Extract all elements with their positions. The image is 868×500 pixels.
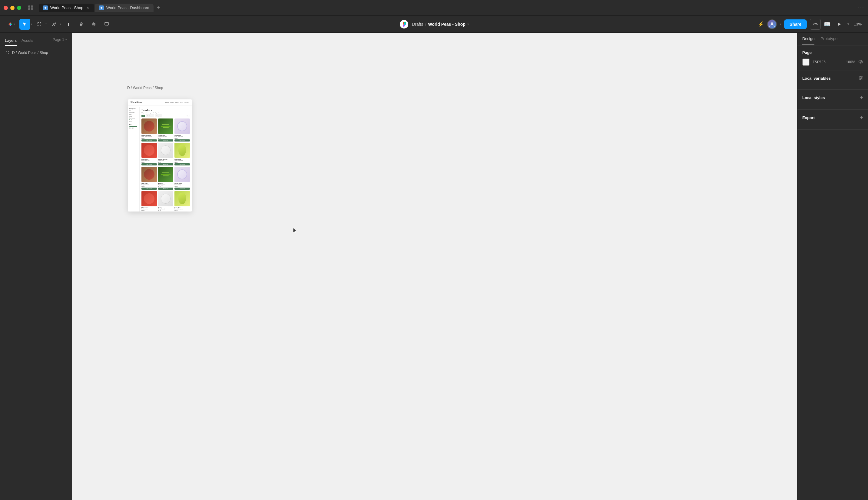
avatar-dropdown-icon[interactable]: ▾ [780, 23, 781, 25]
share-button[interactable]: Share [784, 19, 807, 29]
product-card-12[interactable]: Bosc Pear Firm, buttery pear $2.49 Add t… [174, 191, 190, 212]
svg-rect-23 [6, 51, 7, 52]
comment-tool-button[interactable] [101, 19, 112, 30]
product-card-10[interactable]: Watermelon Seedless, ripe $6.99 Add to c… [141, 191, 157, 212]
preview-nav: World Peas Home Shop About Blog Contact [128, 99, 192, 105]
more-options-icon[interactable]: ··· [858, 4, 864, 11]
export-add-icon[interactable]: + [860, 115, 863, 121]
local-variables-header: Local variables [802, 76, 863, 81]
local-variables-section: Local variables [797, 71, 868, 90]
product-card-1[interactable]: Grape Tomatoes Small, sweet tomatoes $2.… [141, 118, 157, 141]
traffic-light-minimize[interactable] [10, 6, 14, 10]
main-menu-arrow: ▾ [14, 23, 15, 25]
local-styles-section: Local styles + [797, 90, 868, 110]
text-tool-button[interactable]: T [63, 19, 74, 30]
tool-group-select: ▾ [19, 19, 32, 30]
traffic-light-fullscreen[interactable] [17, 6, 21, 10]
preview-logo: World Peas [130, 101, 142, 103]
user-avatar[interactable] [767, 19, 777, 29]
canvas[interactable]: D / World Peas / Shop World Peas Home Sh… [72, 33, 797, 500]
tab-shop-label: World Peas - Shop [50, 5, 83, 10]
product-card-9[interactable]: White Onion Sweet variety $1.49 Add to c… [174, 167, 190, 190]
breadcrumb-dropdown-icon[interactable]: ▾ [467, 22, 469, 26]
local-variables-title: Local variables [802, 76, 831, 81]
tab-dashboard-icon [99, 5, 104, 10]
hand-tool-button[interactable] [89, 19, 99, 30]
toolbar-left: ▾ ▾ [5, 19, 433, 30]
play-button[interactable] [833, 19, 844, 30]
code-view-button[interactable]: </> [810, 19, 821, 30]
svg-rect-12 [41, 22, 42, 24]
product-card-8[interactable]: Arugula Peppery greens $3.49 Add to cart [158, 167, 174, 190]
design-tab[interactable]: Design [802, 33, 814, 45]
breadcrumb-drafts[interactable]: Drafts [412, 22, 423, 27]
product-card-11[interactable]: Turnip Spring harvest $2.29 Add to cart [158, 191, 174, 212]
left-sidebar: Layers Assets Page 1 ▾ [0, 33, 72, 500]
page-section-title: Page [802, 50, 812, 55]
page-dropdown-icon[interactable]: ▾ [66, 38, 67, 41]
prototype-tab[interactable]: Prototype [820, 33, 837, 45]
svg-point-5 [101, 7, 102, 9]
code-icon: </> [813, 22, 818, 26]
ai-tool-icon[interactable]: ⚡ [758, 21, 764, 27]
right-panel-tabs: Design Prototype [797, 33, 868, 45]
frame-preview[interactable]: World Peas Home Shop About Blog Contact … [128, 99, 192, 212]
zoom-level-label[interactable]: 13% [852, 22, 863, 26]
select-tool-arrow: ▾ [31, 23, 32, 25]
toolbar-right: ⚡ ▾ Share </> 📖 ▾ 13% [435, 19, 863, 30]
local-styles-title: Local styles [802, 95, 825, 100]
svg-rect-25 [6, 53, 7, 54]
local-styles-add-icon[interactable]: + [860, 94, 863, 101]
cursor [293, 228, 298, 233]
assets-tab[interactable]: Assets [22, 36, 33, 46]
layer-world-peas-shop[interactable]: D / World Peas / Shop [0, 48, 72, 57]
export-title: Export [802, 115, 815, 120]
frame-tool-button[interactable] [34, 19, 45, 30]
tab-shop-close[interactable]: ✕ [86, 6, 90, 10]
page-opacity-value[interactable]: 100% [846, 60, 855, 64]
home-button[interactable] [26, 3, 35, 12]
product-card-2[interactable]: Peas de Ville Fresh garden peas $3.49 Ad… [158, 118, 174, 141]
tool-group-frame: ▾ [34, 19, 47, 30]
tabs-container: World Peas - Shop ✕ World Peas - Dashboa… [39, 4, 856, 12]
title-bar-right: ··· [858, 4, 864, 11]
tab-dashboard[interactable]: World Peas - Dashboard [95, 4, 153, 12]
play-dropdown-icon[interactable]: ▾ [847, 22, 849, 26]
tab-add-button[interactable]: + [154, 4, 163, 12]
layer-name: D / World Peas / Shop [12, 50, 48, 55]
product-card-5[interactable]: Brussel Sprouts Garden fresh $2.49 Add t… [158, 143, 174, 166]
svg-rect-0 [28, 5, 30, 8]
tab-shop[interactable]: World Peas - Shop ✕ [39, 4, 94, 12]
breadcrumb-title[interactable]: World Peas - Shop [428, 22, 465, 27]
local-styles-header: Local styles + [802, 94, 863, 101]
toolbar: ▾ ▾ [0, 16, 868, 33]
pen-tool-button[interactable] [48, 19, 59, 30]
page-visibility-icon[interactable] [858, 60, 863, 65]
main-layout: Layers Assets Page 1 ▾ [0, 33, 868, 500]
layers-tab[interactable]: Layers [5, 36, 17, 46]
component-tool-button[interactable] [76, 19, 86, 30]
traffic-light-close[interactable] [4, 6, 8, 10]
sidebar-tabs: Layers Assets Page 1 ▾ [0, 33, 72, 46]
product-card-6[interactable]: Anjou Pear Sweet, ripe pears $1.99 Add t… [174, 143, 190, 166]
frame-label: D / World Peas / Shop [127, 86, 163, 90]
move-tool-button[interactable] [19, 19, 30, 30]
tab-shop-icon [43, 5, 48, 10]
figma-logo [399, 19, 409, 29]
page-color-row: F5F5F5 100% [802, 58, 863, 66]
present-book-icon[interactable]: 📖 [824, 21, 831, 27]
pen-tool-arrow: ▾ [60, 23, 61, 25]
svg-point-29 [859, 76, 860, 77]
local-variables-tune-icon[interactable] [858, 76, 863, 81]
product-card-3[interactable]: Cauliflower White, large head $4.99 Add … [174, 118, 190, 141]
svg-rect-14 [41, 25, 42, 26]
svg-rect-3 [31, 8, 33, 10]
product-card-7[interactable]: Snap Peas Crisp and sweet $2.99 Add to c… [141, 167, 157, 190]
svg-point-16 [404, 23, 406, 25]
page-color-value[interactable]: F5F5F5 [813, 60, 825, 64]
right-panel: Design Prototype Page F5F5F5 100% [797, 33, 868, 500]
page-color-swatch[interactable] [802, 58, 810, 66]
product-card-4[interactable]: Mushrooms Fresh crimini mix $3.99 Add to… [141, 143, 157, 166]
svg-rect-1 [31, 5, 33, 8]
main-menu-button[interactable]: ▾ [5, 19, 18, 30]
